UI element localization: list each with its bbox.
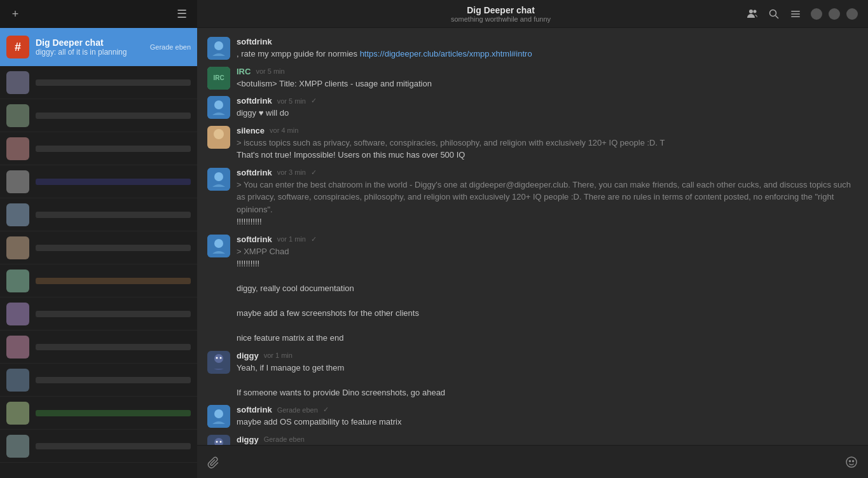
svg-point-22 [214, 409, 223, 418]
avatar [6, 203, 29, 226]
active-channel-info: Dig Deeper chat diggy: all of it is in p… [36, 38, 150, 57]
sidebar-channel-item[interactable] [0, 132, 197, 165]
avatar [207, 351, 230, 374]
sidebar-channel-item[interactable] [0, 198, 197, 231]
channel-hash-icon: # [6, 36, 29, 58]
message-time: vor 3 min [277, 168, 306, 176]
svg-point-28 [850, 460, 851, 461]
message-text: <botulism> Title: XMPP clients - usage a… [237, 78, 858, 90]
avatar [6, 170, 29, 193]
verified-icon: ✓ [311, 235, 317, 243]
sidebar-channel-item[interactable] [0, 331, 197, 364]
window-maximize-button[interactable] [829, 8, 840, 20]
message-link[interactable]: https://digdeeper.club/articles/xmpp.xht… [360, 49, 532, 58]
avatar [6, 369, 29, 392]
message-time: vor 5 min [256, 67, 284, 75]
emoji-button[interactable] [845, 456, 858, 468]
svg-rect-4 [791, 11, 800, 12]
message-text: > iscuss topics such as privacy, softwar… [237, 137, 858, 161]
sender-name: softdrink [237, 405, 272, 414]
avatar [6, 104, 29, 127]
sidebar-channel-item[interactable] [0, 231, 197, 264]
message-header: softdrink Gerade eben ✓ [237, 405, 858, 414]
message-content: IRC vor 5 min <botulism> Title: XMPP cli… [237, 67, 858, 90]
avatar [6, 303, 29, 325]
avatar [6, 270, 29, 292]
sidebar-channel-item[interactable] [0, 165, 197, 198]
add-channel-button[interactable]: + [6, 5, 24, 23]
sidebar-channel-item[interactable] [0, 430, 197, 463]
message-group: softdrink vor 5 min ✓ diggy ♥ will do [197, 93, 868, 122]
window-minimize-button[interactable] [811, 8, 822, 20]
message-content: softdrink , rate my xmpp guide for normi… [237, 37, 858, 60]
active-channel-item[interactable]: # Dig Deeper chat diggy: all of it is in… [0, 28, 197, 66]
message-header: diggy vor 1 min [237, 351, 858, 360]
svg-point-20 [220, 357, 222, 358]
avatar [6, 435, 29, 458]
sidebar-channel-item[interactable] [0, 66, 197, 99]
sender-name: softdrink [237, 235, 272, 244]
avatar [6, 402, 29, 425]
avatar [207, 405, 230, 428]
avatar: IRC [207, 67, 230, 90]
verified-icon: ✓ [323, 406, 329, 414]
message-content: diggy Gerade eben sure, the guide is ver… [237, 435, 858, 446]
sender-name: IRC [237, 67, 251, 76]
message-header: softdrink vor 5 min ✓ [237, 96, 858, 106]
svg-point-1 [754, 10, 757, 13]
message-time: Gerade eben [277, 406, 318, 414]
message-text: diggy ♥ will do [237, 107, 858, 119]
active-channel-preview: diggy: all of it is in planning [36, 48, 150, 57]
sidebar-channel-item[interactable] [0, 364, 197, 397]
message-content: softdrink vor 3 min ✓ > You can enter th… [237, 168, 858, 228]
avatar [6, 236, 29, 259]
sidebar-channel-item[interactable] [0, 99, 197, 132]
channel-title: Dig Deeper chat [258, 5, 743, 15]
avatar [207, 126, 230, 149]
svg-line-3 [776, 15, 779, 18]
more-menu-button[interactable] [787, 5, 804, 23]
svg-rect-5 [791, 13, 800, 15]
message-group: softdrink vor 3 min ✓ > You can enter th… [197, 165, 868, 231]
svg-point-27 [846, 457, 857, 467]
message-text: , rate my xmpp guide for normies https:/… [237, 48, 858, 60]
message-time: vor 4 min [270, 126, 298, 134]
message-input[interactable] [225, 457, 840, 467]
avatar [207, 435, 230, 446]
message-group: softdrink Gerade eben ✓ maybe add OS com… [197, 402, 868, 431]
message-header: silence vor 4 min [237, 126, 858, 135]
message-content: softdrink vor 1 min ✓ > XMPP Chad !!!!!!… [237, 235, 858, 345]
window-close-button[interactable] [846, 8, 858, 20]
svg-point-14 [214, 172, 223, 181]
active-channel-time: Gerade eben [150, 43, 191, 51]
sender-name: softdrink [237, 37, 272, 46]
svg-point-8 [214, 41, 223, 50]
svg-point-16 [214, 239, 223, 248]
svg-rect-6 [791, 16, 800, 17]
sidebar-channel-item[interactable] [0, 297, 197, 331]
svg-point-26 [220, 440, 222, 442]
avatar [207, 96, 230, 119]
svg-point-18 [214, 354, 223, 363]
sender-name: silence [237, 126, 265, 135]
message-header: diggy Gerade eben [237, 435, 858, 444]
message-group: diggy Gerade eben sure, the guide is ver… [197, 432, 868, 446]
attach-button[interactable] [207, 456, 220, 468]
sidebar: + ☰ # Dig Deeper chat diggy: all of it i… [0, 0, 197, 478]
sender-name: diggy [237, 351, 259, 360]
quote-text: > iscuss topics such as privacy, softwar… [237, 138, 665, 147]
participants-button[interactable] [743, 5, 761, 23]
svg-point-12 [214, 129, 224, 139]
avatar [6, 336, 29, 358]
search-button[interactable] [765, 5, 783, 23]
message-content: softdrink Gerade eben ✓ maybe add OS com… [237, 405, 858, 428]
svg-point-0 [749, 10, 753, 13]
message-text: > XMPP Chad !!!!!!!!!! diggy, really coo… [237, 245, 858, 345]
verified-icon: ✓ [311, 168, 317, 177]
sidebar-channel-item[interactable] [0, 397, 197, 430]
sender-name: diggy [237, 435, 259, 444]
main-panel: Dig Deeper chat something worthwhile and… [197, 0, 868, 478]
sidebar-channel-item[interactable] [0, 264, 197, 297]
sidebar-menu-button[interactable]: ☰ [173, 5, 191, 23]
sidebar-channel-list [0, 66, 197, 478]
